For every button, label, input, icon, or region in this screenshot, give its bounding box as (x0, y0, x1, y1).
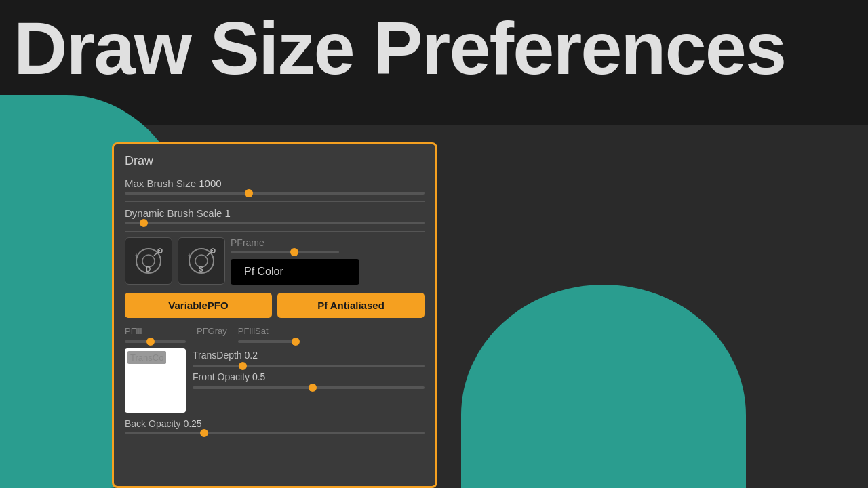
pfill-label: PFill (125, 326, 186, 336)
pframe-slider-container (231, 251, 425, 253)
pframe-column: PFrame Pf Color (231, 237, 425, 285)
pfill-row: PFill PFGray PFillSat (125, 326, 425, 343)
panel-title: Draw (125, 154, 425, 168)
pfgray-col: PFGray (197, 326, 227, 343)
svg-text:+: + (188, 252, 191, 258)
front-opacity-label: Front Opacity 0.5 (193, 371, 425, 382)
trans-depth-thumb[interactable] (239, 362, 247, 370)
transco-box: TransCo (125, 348, 186, 413)
svg-text:S: S (199, 266, 203, 273)
pf-color-button[interactable]: Pf Color (231, 259, 359, 285)
pfill-slider-container (125, 338, 186, 343)
page-title: Draw Size Preferences (0, 7, 868, 89)
draw-size-icon-button[interactable]: S + (178, 237, 225, 285)
trans-row: TransCo TransDepth 0.2 Front Opacity 0.5 (125, 348, 425, 413)
transco-label: TransCo (127, 351, 166, 364)
draw-panel: Draw Max Brush Size 1000 Dynamic Brush S… (112, 142, 437, 488)
max-brush-size-slider[interactable] (125, 192, 425, 195)
front-opacity-thumb[interactable] (309, 384, 317, 392)
button-row: VariablePFO Pf Antialiased (125, 293, 425, 318)
max-brush-size-thumb[interactable] (245, 189, 253, 197)
pf-antialiased-button[interactable]: Pf Antialiased (277, 293, 425, 318)
back-opacity-row: Back Opacity 0.25 (125, 418, 425, 434)
pframe-label: PFrame (231, 237, 425, 248)
pframe-slider[interactable] (231, 251, 339, 253)
pframe-thumb[interactable] (290, 248, 298, 256)
max-brush-size-label: Max Brush Size 1000 (125, 178, 425, 189)
pfill-slider[interactable] (125, 340, 186, 343)
draw-icon-button[interactable]: D + (125, 237, 172, 285)
back-opacity-label: Back Opacity 0.25 (125, 418, 425, 429)
svg-text:+: + (135, 252, 138, 258)
front-opacity-slider[interactable] (193, 386, 425, 389)
max-brush-size-row: Max Brush Size 1000 (125, 178, 425, 195)
icon-pframe-row: D + S + PFrame (125, 237, 425, 285)
variable-pfo-button[interactable]: VariablePFO (125, 293, 272, 318)
pfillsat-slider[interactable] (238, 340, 299, 343)
divider-2 (125, 231, 425, 232)
trans-depth-slider[interactable] (193, 365, 425, 367)
pfillsat-col: PFillSat (238, 326, 299, 343)
dynamic-brush-scale-row: Dynamic Brush Scale 1 (125, 207, 425, 224)
trans-depth-label: TransDepth 0.2 (193, 350, 425, 361)
pfill-thumb[interactable] (146, 338, 155, 346)
pfillsat-thumb[interactable] (292, 338, 300, 346)
dynamic-brush-scale-slider[interactable] (125, 222, 425, 224)
dynamic-brush-scale-thumb[interactable] (140, 219, 148, 227)
pfillsat-slider-container (238, 338, 299, 343)
pfill-col: PFill (125, 326, 186, 343)
back-opacity-thumb[interactable] (200, 429, 208, 437)
front-opacity-row: Front Opacity 0.5 (193, 371, 425, 389)
trans-fields: TransDepth 0.2 Front Opacity 0.5 (193, 348, 425, 413)
back-opacity-slider[interactable] (125, 432, 425, 434)
divider-1 (125, 201, 425, 202)
pfgray-label: PFGray (197, 326, 227, 336)
trans-depth-row: TransDepth 0.2 (193, 350, 425, 367)
dynamic-brush-scale-label: Dynamic Brush Scale 1 (125, 207, 425, 219)
svg-text:D: D (146, 266, 151, 273)
pfillsat-label: PFillSat (238, 326, 299, 336)
